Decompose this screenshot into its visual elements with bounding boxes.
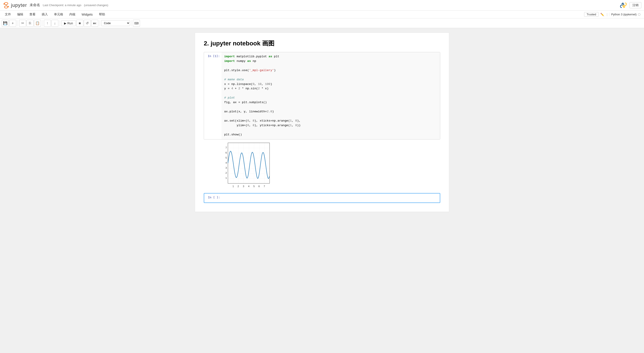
menu-help[interactable]: 帮助 <box>96 11 108 18</box>
cell-prompt-2: In [ ]: <box>204 194 222 202</box>
notebook-title[interactable]: 未命名 <box>30 3 40 8</box>
paste-button[interactable]: 📋 <box>34 20 41 27</box>
svg-text:2: 2 <box>238 185 239 188</box>
jupyter-logo: jupyter <box>3 2 27 9</box>
svg-text:6: 6 <box>258 185 260 188</box>
toolbar-separator-4 <box>100 20 100 26</box>
svg-point-1 <box>4 6 8 8</box>
notebook-area: 2. jupyter notebook 画图 In [1]: import ma… <box>0 28 644 353</box>
copy-button[interactable]: ⎘ <box>26 20 34 27</box>
run-label: Run <box>67 22 73 25</box>
svg-point-5 <box>622 4 623 4</box>
restart-run-button[interactable]: ⏭ <box>91 20 98 27</box>
menu-insert[interactable]: 插入 <box>38 11 51 18</box>
svg-text:1: 1 <box>232 185 234 188</box>
svg-point-6 <box>624 6 624 6</box>
svg-text:3: 3 <box>226 166 227 169</box>
svg-text:4: 4 <box>226 162 227 164</box>
unsaved-text: (unsaved changes) <box>84 4 108 7</box>
cell-type-select[interactable]: Code Markdown Raw NBConvert Heading <box>101 20 130 26</box>
run-icon: ▶ <box>64 22 66 25</box>
kernel-name-label: Python 3 (ipykernel) <box>611 13 636 16</box>
menu-edit[interactable]: 编辑 <box>14 11 26 18</box>
move-down-button[interactable]: ↓ <box>51 20 58 27</box>
svg-point-3 <box>8 6 9 7</box>
cell-output-1: 1 2 3 4 5 6 7 1 2 3 4 5 6 7 <box>221 142 440 190</box>
jupyter-logo-icon <box>3 2 10 9</box>
keyboard-shortcuts-button[interactable]: ⌨ <box>133 20 140 27</box>
cell-input-1[interactable]: import matplotlib.pyplot as plt import n… <box>222 52 440 139</box>
svg-text:1: 1 <box>226 176 227 179</box>
topbar: jupyter 未命名 Last Checkpoint: a minute ag… <box>0 0 644 10</box>
toolbar-separator-1 <box>18 20 18 26</box>
notebook-content: 2. jupyter notebook 画图 In [1]: import ma… <box>195 32 449 212</box>
menu-widgets[interactable]: Widgets <box>78 12 96 18</box>
svg-point-4 <box>6 5 6 6</box>
svg-text:7: 7 <box>264 185 265 188</box>
svg-text:2: 2 <box>226 172 227 174</box>
code-cell-2-empty[interactable]: In [ ]: <box>204 193 440 203</box>
trusted-button[interactable]: Trusted <box>584 12 598 17</box>
toolbar-separator-3 <box>60 20 60 26</box>
svg-text:7: 7 <box>226 146 227 149</box>
python-icon <box>620 2 627 9</box>
svg-text:6: 6 <box>226 152 227 154</box>
cell-input-2[interactable] <box>222 194 440 202</box>
svg-text:4: 4 <box>248 185 250 188</box>
svg-text:5: 5 <box>226 156 227 159</box>
matplotlib-plot: 1 2 3 4 5 6 7 1 2 3 4 5 6 7 <box>221 142 272 189</box>
menubar: 文件 编辑 查看 插入 单元格 内核 Widgets 帮助 Trusted ✏️… <box>0 10 644 18</box>
svg-point-0 <box>4 2 8 4</box>
edit-icon[interactable]: ✏️ <box>598 12 606 17</box>
add-cell-button[interactable]: + <box>9 20 16 27</box>
cell-prompt-1: In [1]: <box>204 52 222 139</box>
run-button[interactable]: ▶ Run <box>61 20 76 26</box>
cut-button[interactable]: ✂ <box>19 20 26 27</box>
menu-kernel[interactable]: 内核 <box>66 11 78 18</box>
plot-container: 1 2 3 4 5 6 7 1 2 3 4 5 6 7 <box>221 142 272 190</box>
svg-rect-8 <box>228 143 270 184</box>
code-cell-1[interactable]: In [1]: import matplotlib.pyplot as plt … <box>204 52 440 140</box>
svg-text:5: 5 <box>253 185 255 188</box>
svg-text:3: 3 <box>243 185 244 188</box>
cancel-button[interactable]: 注销 <box>630 2 641 8</box>
checkpoint-text: Last Checkpoint: a minute ago <box>43 4 82 7</box>
menu-cell[interactable]: 单元格 <box>51 11 66 18</box>
kernel-status-circle <box>638 13 640 16</box>
toolbar-separator-2 <box>42 20 42 26</box>
svg-point-2 <box>4 3 5 4</box>
restart-button[interactable]: ↺ <box>84 20 91 27</box>
interrupt-button[interactable]: ■ <box>76 20 83 27</box>
jupyter-wordmark: jupyter <box>11 2 27 8</box>
notebook-heading: 2. jupyter notebook 画图 <box>204 39 440 48</box>
menu-file[interactable]: 文件 <box>2 11 14 18</box>
toolbar: 💾 + ✂ ⎘ 📋 ↑ ↓ ▶ Run ■ ↺ ⏭ Code Markdown … <box>0 18 644 28</box>
save-button[interactable]: 💾 <box>2 20 9 27</box>
menu-view[interactable]: 查看 <box>26 11 38 18</box>
kernel-indicator: Python 3 (ipykernel) <box>609 13 642 16</box>
move-up-button[interactable]: ↑ <box>44 20 51 27</box>
